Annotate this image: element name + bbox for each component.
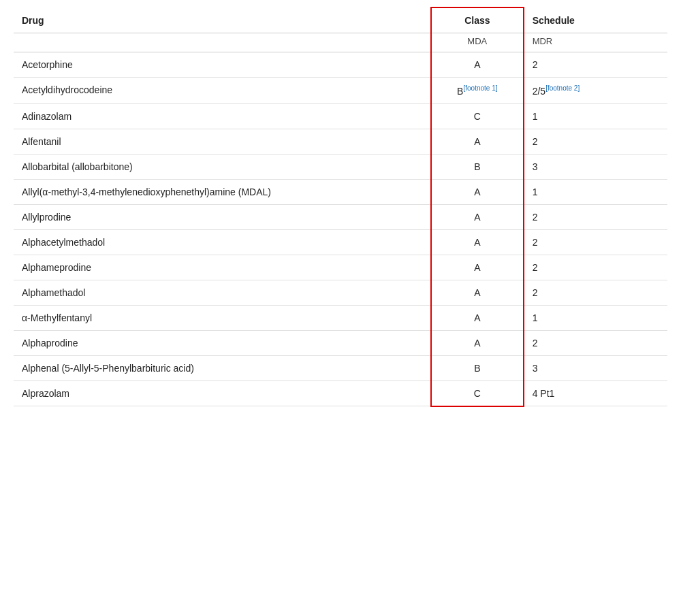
class-cell: A bbox=[431, 330, 524, 355]
schedule-cell: 2/5[footnote 2] bbox=[524, 78, 667, 104]
drug-header: Drug bbox=[14, 7, 431, 33]
class-cell: A bbox=[431, 229, 524, 255]
class-cell: A bbox=[431, 52, 524, 78]
table-row: AlphaprodineA2 bbox=[14, 330, 667, 355]
drug-cell: Adinazolam bbox=[14, 103, 431, 129]
class-cell: A bbox=[431, 305, 524, 330]
class-subheader: MDA bbox=[431, 33, 524, 52]
class-cell: A bbox=[431, 179, 524, 204]
drug-table: Drug Class Schedule MDA MDR AcetorphineA… bbox=[14, 7, 667, 407]
schedule-cell: 1 bbox=[524, 305, 667, 330]
drug-cell: Allylprodine bbox=[14, 204, 431, 229]
table-container: Drug Class Schedule MDA MDR AcetorphineA… bbox=[0, 0, 681, 414]
schedule-cell: 3 bbox=[524, 355, 667, 380]
table-row: AlphacetylmethadolA2 bbox=[14, 229, 667, 255]
class-header: Class bbox=[431, 7, 524, 33]
schedule-cell: 1 bbox=[524, 103, 667, 129]
drug-cell: Alphamethadol bbox=[14, 280, 431, 305]
drug-cell: Acetyldihydrocodeine bbox=[14, 78, 431, 104]
drug-cell: Alphaprodine bbox=[14, 330, 431, 355]
class-cell: B bbox=[431, 154, 524, 179]
table-row: AlfentanilA2 bbox=[14, 129, 667, 154]
table-row: AlphamethadolA2 bbox=[14, 280, 667, 305]
table-row: AcetyldihydrocodeineB[footnote 1]2/5[foo… bbox=[14, 78, 667, 104]
schedule-cell: 2 bbox=[524, 330, 667, 355]
schedule-cell: 2 bbox=[524, 255, 667, 280]
class-cell: C bbox=[431, 380, 524, 406]
class-cell: A bbox=[431, 255, 524, 280]
table-row: AlphameprodineA2 bbox=[14, 255, 667, 280]
table-row: Allyl(α-methyl-3,4-methylenedioxypheneth… bbox=[14, 179, 667, 204]
schedule-cell: 2 bbox=[524, 229, 667, 255]
table-row: α-MethylfentanylA1 bbox=[14, 305, 667, 330]
class-footnote-link[interactable]: [footnote 1] bbox=[463, 84, 497, 92]
table-row: AdinazolamC1 bbox=[14, 103, 667, 129]
drug-cell: Alphameprodine bbox=[14, 255, 431, 280]
sub-header-row: MDA MDR bbox=[14, 33, 667, 52]
schedule-cell: 4 Pt1 bbox=[524, 380, 667, 406]
class-cell: A bbox=[431, 204, 524, 229]
drug-cell: α-Methylfentanyl bbox=[14, 305, 431, 330]
class-cell: C bbox=[431, 103, 524, 129]
schedule-footnote-link[interactable]: [footnote 2] bbox=[545, 84, 580, 92]
class-cell: A bbox=[431, 280, 524, 305]
drug-cell: Allyl(α-methyl-3,4-methylenedioxypheneth… bbox=[14, 179, 431, 204]
schedule-cell: 2 bbox=[524, 204, 667, 229]
table-row: AlprazolamC4 Pt1 bbox=[14, 380, 667, 406]
schedule-header: Schedule bbox=[524, 7, 667, 33]
class-cell: B[footnote 1] bbox=[431, 78, 524, 104]
table-row: AcetorphineA2 bbox=[14, 52, 667, 78]
drug-cell: Alprazolam bbox=[14, 380, 431, 406]
table-row: Alphenal (5-Allyl-5-Phenylbarbituric aci… bbox=[14, 355, 667, 380]
schedule-cell: 1 bbox=[524, 179, 667, 204]
drug-cell: Alphacetylmethadol bbox=[14, 229, 431, 255]
schedule-cell: 2 bbox=[524, 280, 667, 305]
class-cell: B bbox=[431, 355, 524, 380]
main-header-row: Drug Class Schedule bbox=[14, 7, 667, 33]
drug-cell: Alphenal (5-Allyl-5-Phenylbarbituric aci… bbox=[14, 355, 431, 380]
table-row: Allobarbital (allobarbitone)B3 bbox=[14, 154, 667, 179]
drug-cell: Allobarbital (allobarbitone) bbox=[14, 154, 431, 179]
drug-cell: Acetorphine bbox=[14, 52, 431, 78]
schedule-subheader: MDR bbox=[524, 33, 667, 52]
schedule-cell: 2 bbox=[524, 129, 667, 154]
drug-cell: Alfentanil bbox=[14, 129, 431, 154]
drug-subheader bbox=[14, 33, 431, 52]
table-body: AcetorphineA2AcetyldihydrocodeineB[footn… bbox=[14, 52, 667, 406]
schedule-cell: 3 bbox=[524, 154, 667, 179]
schedule-cell: 2 bbox=[524, 52, 667, 78]
class-cell: A bbox=[431, 129, 524, 154]
table-row: AllylprodineA2 bbox=[14, 204, 667, 229]
